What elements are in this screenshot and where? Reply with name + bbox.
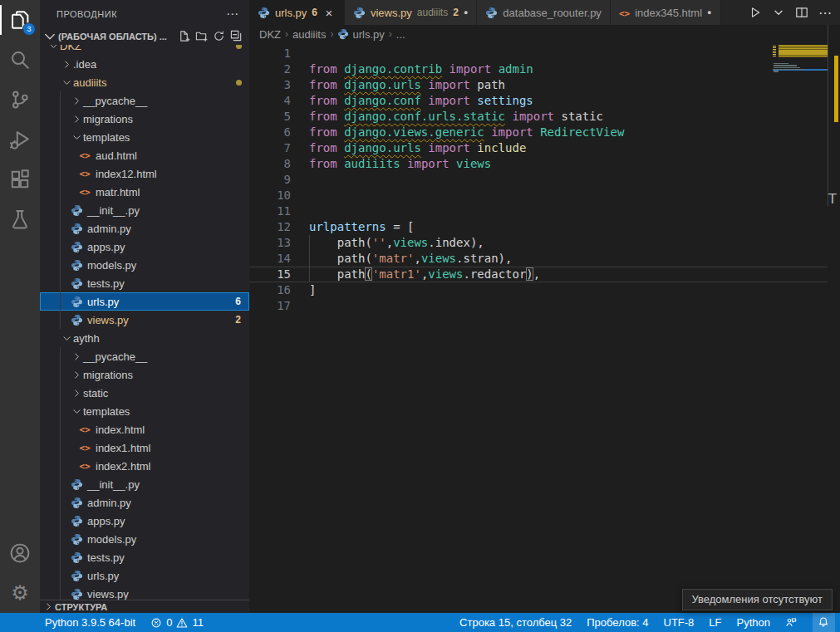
tree-item-index12-html[interactable]: <>index12.html bbox=[40, 164, 249, 183]
chevron-down-small-icon[interactable] bbox=[772, 6, 785, 19]
tree-item-apps-py[interactable]: apps.py bbox=[40, 512, 249, 530]
modified-dot-icon[interactable]: ● bbox=[464, 8, 468, 17]
workspace-section-header[interactable]: (РАБОЧАЯ ОБЛАСТЬ) ... bbox=[40, 28, 249, 45]
tree-item-templates[interactable]: templates bbox=[40, 402, 249, 420]
modified-dot-icon[interactable]: ● bbox=[707, 8, 711, 17]
tree-item-migrations[interactable]: migrations bbox=[40, 365, 249, 384]
tree-item-label: __init__.py bbox=[87, 478, 140, 491]
tree-item-index2-html[interactable]: <>index2.html bbox=[40, 457, 249, 475]
editor-group: urls.py6×views.pyaudiiits2●database_roou… bbox=[249, 0, 840, 613]
breadcrumb: DKZ›audiiits›urls.py›... bbox=[249, 25, 840, 43]
tree-item-label: __init__.py bbox=[87, 204, 140, 217]
activity-bar-source-control[interactable] bbox=[0, 80, 40, 120]
tree-item-index1-html[interactable]: <>index1.html bbox=[40, 438, 249, 457]
tree-item-label: __pycache__ bbox=[83, 95, 147, 107]
tree-item-migrations[interactable]: migrations bbox=[40, 110, 249, 128]
tree-item-label: apps.py bbox=[87, 241, 125, 253]
chevron-down-icon bbox=[60, 334, 73, 343]
tree-item--idea[interactable]: .idea bbox=[40, 55, 249, 73]
activity-bar-settings[interactable]: ⚙ bbox=[0, 573, 40, 613]
activity-bar-accounts[interactable] bbox=[0, 533, 40, 573]
tree-item--pycache-[interactable]: __pycache__ bbox=[40, 91, 249, 110]
tree-item-templates[interactable]: templates bbox=[40, 128, 249, 146]
status-label: UTF-8 bbox=[664, 616, 695, 629]
close-icon[interactable]: × bbox=[322, 6, 336, 20]
chevron-down-icon bbox=[43, 30, 56, 43]
overview-ruler-warning-marker[interactable] bbox=[834, 56, 838, 122]
tree-item-index-html[interactable]: <>index.html bbox=[40, 420, 249, 438]
editor-code[interactable]: 12from django.contrib import admin3from … bbox=[249, 43, 828, 613]
tree-item-tests-py[interactable]: tests.py bbox=[40, 274, 249, 292]
status-feedback[interactable] bbox=[785, 616, 798, 629]
status-encoding[interactable]: UTF-8 bbox=[664, 616, 695, 629]
status-bar: Python 3.9.5 64-bit011 Строка 15, столбе… bbox=[0, 613, 840, 632]
git-modified-dot bbox=[236, 45, 242, 49]
tree-item-tests-py[interactable]: tests.py bbox=[40, 548, 249, 566]
tree-item-audiiits[interactable]: audiiits bbox=[40, 73, 249, 91]
line-number: 8 bbox=[249, 156, 291, 172]
status-indentation[interactable]: Пробелов: 4 bbox=[587, 616, 648, 629]
tree-item-models-py[interactable]: models.py bbox=[40, 256, 249, 274]
tree-item-static[interactable]: static bbox=[40, 384, 249, 402]
tree-item-matr-html[interactable]: <>matr.html bbox=[40, 183, 249, 201]
code-line-2: 2from django.contrib import admin bbox=[249, 61, 828, 77]
status-notifications[interactable] bbox=[813, 613, 835, 632]
tree-item-dkz[interactable]: DKZ bbox=[40, 45, 249, 55]
activity-bar-run-debug[interactable] bbox=[0, 120, 40, 159]
status-eol[interactable]: LF bbox=[709, 616, 721, 629]
overview-ruler-t-marker: T bbox=[828, 191, 837, 207]
python-file-icon bbox=[337, 28, 349, 40]
outline-section-header[interactable]: СТРУКТУРА bbox=[40, 600, 249, 613]
breadcrumb-item-audiiits[interactable]: audiiits bbox=[292, 28, 326, 41]
tree-item-urls-py[interactable]: urls.py6 bbox=[40, 292, 249, 311]
minimap[interactable] bbox=[773, 43, 828, 218]
explorer-more-actions[interactable]: ⋯ bbox=[226, 7, 239, 22]
tree-item-views-py[interactable]: views.py2 bbox=[40, 311, 249, 329]
refresh-icon[interactable] bbox=[213, 30, 225, 44]
tab-index345-html[interactable]: <>index345.html● bbox=[611, 0, 721, 25]
status-problems[interactable]: 011 bbox=[150, 616, 204, 629]
tree-item--init-py[interactable]: __init__.py bbox=[40, 475, 249, 493]
tree-item--init-py[interactable]: __init__.py bbox=[40, 201, 249, 219]
tree-item-admin-py[interactable]: admin.py bbox=[40, 493, 249, 512]
activity-bar-search[interactable] bbox=[0, 40, 40, 80]
play-icon[interactable] bbox=[749, 6, 762, 19]
search-icon bbox=[9, 49, 31, 71]
line-number: 9 bbox=[249, 172, 291, 188]
more-actions[interactable]: ⋯ bbox=[818, 5, 832, 21]
tab-views-py[interactable]: views.pyaudiiits2● bbox=[345, 0, 477, 25]
activity-bar-testing[interactable] bbox=[0, 199, 40, 239]
tree-item--pycache-[interactable]: __pycache__ bbox=[40, 347, 249, 365]
activity-bar-explorer[interactable]: 3 bbox=[0, 0, 40, 40]
tree-item-apps-py[interactable]: apps.py bbox=[40, 238, 249, 256]
new-folder-icon[interactable] bbox=[195, 30, 208, 44]
split-editor-icon[interactable] bbox=[795, 6, 808, 19]
chevron-right-icon bbox=[70, 370, 83, 380]
tree-item-admin-py[interactable]: admin.py bbox=[40, 219, 249, 238]
tree-item-views-py[interactable]: views.py bbox=[40, 585, 249, 600]
tab-database-roouter-py[interactable]: database_roouter.py bbox=[477, 0, 611, 25]
line-content: from django.urls import include bbox=[309, 140, 526, 156]
line-content: from django.conf import settings bbox=[309, 93, 533, 109]
breadcrumb-item-urls-py[interactable]: urls.py bbox=[337, 28, 384, 41]
tree-item-models-py[interactable]: models.py bbox=[40, 530, 249, 548]
breadcrumb-item--[interactable]: ... bbox=[396, 28, 405, 41]
tree-item-urls-py[interactable]: urls.py bbox=[40, 566, 249, 585]
status-language-mode[interactable]: Python bbox=[737, 616, 770, 629]
explorer-title-row: ПРОВОДНИК ⋯ bbox=[40, 0, 249, 28]
new-file-icon[interactable] bbox=[178, 30, 190, 44]
status-python-interpreter[interactable]: Python 3.9.5 64-bit bbox=[45, 616, 135, 629]
activity-bar-extensions[interactable] bbox=[0, 159, 40, 199]
python-file-icon bbox=[70, 296, 83, 308]
line-number: 11 bbox=[249, 203, 291, 219]
collapse-all-icon[interactable] bbox=[230, 30, 243, 44]
tree-item-aud-html[interactable]: <>aud.html bbox=[40, 146, 249, 164]
code-line-6: 6from django.views.generic import Redire… bbox=[249, 125, 828, 140]
tree-item-aythh[interactable]: aythh bbox=[40, 329, 249, 347]
line-content: path('matr',views.stran), bbox=[309, 251, 512, 267]
code-line-7: 7from django.urls import include bbox=[249, 140, 828, 156]
tab-urls-py[interactable]: urls.py6× bbox=[249, 0, 345, 25]
breadcrumb-item-dkz[interactable]: DKZ bbox=[259, 28, 281, 41]
breadcrumb-label: urls.py bbox=[352, 28, 384, 41]
status-cursor-position[interactable]: Строка 15, столбец 32 bbox=[459, 616, 572, 629]
